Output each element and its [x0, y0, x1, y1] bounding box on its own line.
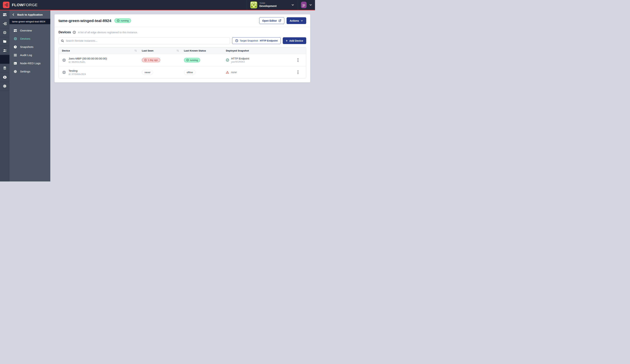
- search-icon: [61, 39, 64, 42]
- row-menu-button[interactable]: [296, 57, 300, 63]
- check-circle-icon: [226, 58, 229, 62]
- rail-item-admin-settings[interactable]: [0, 82, 10, 91]
- flowforge-logo-icon: [3, 2, 10, 8]
- dollar-icon: $: [3, 75, 7, 79]
- folder-icon: [3, 39, 7, 43]
- instance-sidebar: Back to Application tame-green-winged-te…: [10, 10, 50, 182]
- snapshot-name: none: [231, 71, 236, 74]
- device-name: Joes-MBP (00:00:00:00:00:00): [68, 57, 107, 60]
- devices-table-header: Device Last Seen Last Known Status Deplo…: [59, 47, 306, 54]
- column-header-last-seen[interactable]: Last Seen: [142, 49, 184, 52]
- user-avatar: jp: [301, 2, 306, 8]
- team-selector[interactable]: TEAM: Development: [247, 0, 298, 10]
- instance-card: tame-green-winged-teal-8924 running Open…: [54, 14, 310, 82]
- table-row-device-0[interactable]: Joes-MBP (00:00:00:00:00:00) id: 962R0LR…: [59, 54, 306, 66]
- user-menu[interactable]: jp: [298, 0, 315, 10]
- chevron-left-icon: [12, 13, 15, 16]
- sidebar-item-audit-log[interactable]: Audit Log: [10, 51, 50, 59]
- main-nav-rail: $: [0, 10, 10, 182]
- sidebar-item-node-red-logs[interactable]: Node-RED Logs: [10, 59, 50, 67]
- snapshot-name: HTTP Endpoint: [231, 57, 249, 60]
- table-row-device-1[interactable]: Testing id: XYGWdvJ924 never offline: [59, 66, 306, 78]
- target-snapshot-button[interactable]: Target Snapshot: HTTP Endpoint: [232, 37, 280, 44]
- sort-icon[interactable]: [176, 49, 179, 52]
- database-icon: [3, 66, 7, 70]
- svg-text:$: $: [4, 76, 6, 78]
- list-icon: [14, 53, 17, 57]
- kebab-icon: [298, 58, 298, 62]
- chevron-down-icon: [291, 3, 294, 6]
- target-snapshot-value: HTTP Endpoint: [260, 39, 278, 42]
- actions-button[interactable]: Actions: [286, 17, 306, 24]
- sidebar-item-overview[interactable]: Overview: [10, 26, 50, 35]
- last-seen-badge: 1 day ago: [142, 58, 160, 62]
- column-header-status: Last Known Status: [184, 49, 226, 52]
- column-header-device[interactable]: Device: [59, 49, 142, 52]
- rail-item-broker[interactable]: [0, 64, 10, 73]
- chip-icon: [3, 30, 7, 35]
- rail-item-applications[interactable]: [0, 10, 10, 19]
- sidebar-item-snapshots[interactable]: Snapshots: [10, 43, 50, 51]
- instance-status-badge: running: [114, 18, 131, 23]
- rail-item-team-members[interactable]: [0, 46, 10, 55]
- clock-icon: [235, 39, 238, 42]
- device-id: id: XYGWdvJ924: [68, 73, 86, 76]
- kebab-icon: [298, 70, 298, 74]
- snapshot-id: yavrW1R0KA: [231, 61, 249, 63]
- chevron-down-icon: [309, 3, 312, 6]
- info-icon[interactable]: [73, 31, 76, 34]
- alert-circle-icon: [144, 59, 147, 61]
- sort-icon[interactable]: [134, 49, 137, 52]
- device-id: id: 962R0LRwEL: [68, 61, 107, 63]
- back-label: Back to Application: [15, 13, 45, 16]
- pipelines-icon: [2, 21, 7, 26]
- team-caption: TEAM:: [260, 2, 276, 4]
- top-navbar: FLOWFORGE: [0, 0, 315, 10]
- warning-triangle-icon: [226, 71, 229, 74]
- device-name: Testing: [68, 69, 86, 72]
- team-avatar: [250, 1, 257, 8]
- instance-name-banner: tame-green-winged-teal-8924: [10, 19, 50, 24]
- users-icon: [3, 48, 7, 53]
- add-device-button[interactable]: + Add Device: [283, 37, 306, 44]
- clock-icon: [14, 45, 17, 49]
- applications-icon: [3, 13, 7, 17]
- open-editor-button[interactable]: Open Editor: [259, 17, 284, 24]
- rail-item-devices[interactable]: [0, 28, 10, 37]
- chevron-down-icon: [300, 19, 303, 22]
- sidebar-item-devices[interactable]: Devices: [10, 35, 50, 43]
- gear-icon: [14, 70, 17, 73]
- terminal-icon: [14, 61, 17, 65]
- overview-icon: [14, 29, 17, 32]
- chip-icon: [62, 70, 66, 74]
- status-badge: offline: [184, 70, 196, 75]
- row-menu-button[interactable]: [296, 69, 300, 75]
- main-content: tame-green-winged-teal-8924 running Open…: [50, 10, 315, 182]
- last-seen-badge: never: [142, 70, 153, 75]
- rail-item-billing[interactable]: $: [0, 73, 10, 82]
- external-link-icon: [278, 19, 281, 22]
- search-input[interactable]: [66, 39, 228, 42]
- play-circle-icon: [117, 19, 120, 22]
- devices-section-description: A list of all edge devices registered to…: [78, 31, 138, 34]
- team-name: Development: [260, 4, 276, 8]
- brand[interactable]: FLOWFORGE: [0, 2, 38, 8]
- chip-icon: [62, 58, 66, 62]
- devices-table: Device Last Seen Last Known Status Deplo…: [58, 47, 306, 78]
- rail-item-library[interactable]: [0, 37, 10, 46]
- back-to-application[interactable]: Back to Application: [10, 10, 50, 19]
- instance-header: tame-green-winged-teal-8924 running Open…: [54, 14, 310, 27]
- devices-section-title: Devices: [58, 30, 71, 34]
- brand-wordmark: FLOWFORGE: [12, 3, 38, 7]
- play-circle-icon: [186, 59, 189, 61]
- chip-icon: [14, 37, 17, 41]
- column-header-snapshot: Deployed Snapshot: [226, 49, 290, 52]
- rail-item-pipelines[interactable]: [0, 19, 10, 28]
- gear-icon: [3, 84, 7, 88]
- search-box: [58, 37, 230, 44]
- sidebar-item-settings[interactable]: Settings: [10, 67, 50, 76]
- plus-icon: +: [286, 39, 288, 42]
- rail-item-active-indicator: [0, 55, 10, 64]
- page-title: tame-green-winged-teal-8924: [58, 18, 111, 23]
- status-badge: running: [184, 58, 200, 62]
